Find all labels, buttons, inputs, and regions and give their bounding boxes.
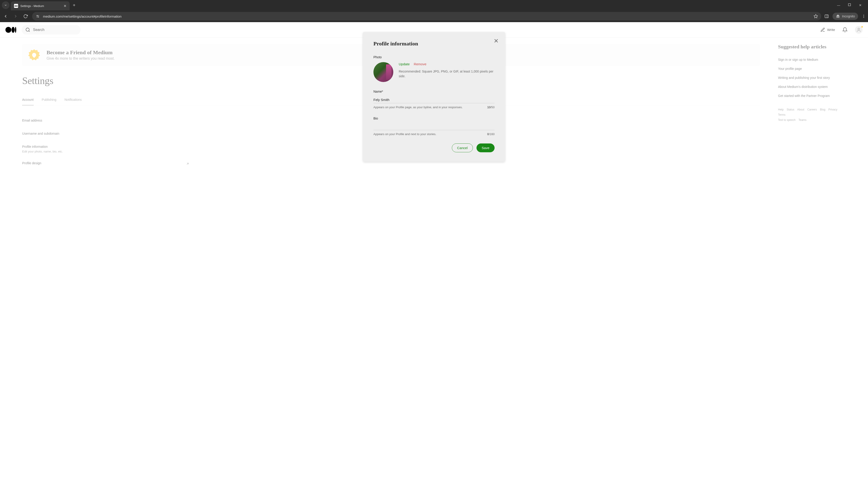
write-label: Write [827, 28, 835, 32]
svg-rect-0 [848, 4, 850, 6]
browser-tab[interactable]: ●● Settings - Medium ✕ [11, 1, 70, 10]
cancel-button[interactable]: Cancel [452, 143, 473, 152]
url-text: medium.com/me/settings/account#profileIn… [43, 14, 122, 18]
svg-point-12 [864, 16, 864, 17]
reload-icon [23, 14, 28, 19]
bio-label: Bio [373, 117, 495, 120]
modal-actions: Cancel Save [373, 143, 495, 152]
side-panel-button[interactable] [825, 14, 829, 19]
photo-field: Photo Update Remove Recommended: Square … [373, 55, 495, 82]
header-right: Write ✦ [820, 26, 863, 34]
photo-hint: Recommended: Square JPG, PNG, or GIF, at… [399, 69, 495, 78]
svg-point-8 [837, 17, 838, 18]
medium-logo[interactable] [5, 27, 16, 33]
search-placeholder: Search [33, 28, 44, 32]
address-bar-row: medium.com/me/settings/account#profileIn… [0, 10, 868, 22]
svg-point-13 [864, 17, 864, 18]
write-button[interactable]: Write [820, 27, 835, 32]
maximize-icon [848, 3, 851, 6]
site-controls-icon[interactable] [35, 14, 40, 19]
photo-remove-button[interactable]: Remove [414, 62, 426, 66]
name-label: Name* [373, 90, 495, 93]
search-input[interactable]: Search [22, 25, 81, 35]
spark-icon: ✦ [861, 25, 864, 29]
arrow-right-icon [13, 14, 18, 19]
star-icon [813, 14, 818, 19]
chrome-right: Incognito [825, 13, 866, 20]
name-input[interactable] [373, 96, 495, 103]
incognito-icon [836, 14, 840, 19]
svg-point-14 [26, 28, 29, 31]
svg-point-11 [864, 15, 864, 15]
reload-button[interactable] [22, 13, 29, 20]
svg-rect-6 [825, 15, 829, 18]
bio-count: 0/160 [487, 132, 495, 136]
bio-field: Bio Appears on your Profile and next to … [373, 117, 495, 136]
window-controls: — ✕ [836, 3, 866, 7]
bell-icon [842, 27, 848, 33]
save-button[interactable]: Save [476, 143, 495, 152]
address-bar[interactable]: medium.com/me/settings/account#profileIn… [32, 12, 821, 21]
panel-icon [825, 14, 829, 19]
notifications-button[interactable] [842, 27, 848, 33]
chevron-down-icon [4, 4, 7, 7]
name-count: 10/50 [487, 105, 495, 109]
svg-point-4 [38, 17, 39, 18]
modal-title: Profile information [373, 41, 495, 47]
close-window-button[interactable]: ✕ [858, 3, 863, 7]
incognito-label: Incognito [842, 14, 855, 18]
profile-info-modal: ✕ Profile information Photo Update Remov… [363, 32, 505, 162]
svg-point-9 [838, 17, 839, 18]
name-field: Name* Appears on your Profile page, as y… [373, 90, 495, 109]
search-icon [25, 27, 30, 32]
kebab-icon [862, 14, 866, 18]
svg-marker-5 [814, 14, 818, 18]
browser-chrome: ●● Settings - Medium ✕ + — ✕ medium.com/… [0, 0, 868, 22]
tune-icon [36, 14, 40, 18]
back-button[interactable] [2, 13, 9, 20]
bio-input[interactable] [373, 123, 495, 130]
photo-update-button[interactable]: Update [399, 62, 410, 66]
svg-point-3 [37, 15, 37, 16]
tab-bar: ●● Settings - Medium ✕ + — ✕ [0, 0, 868, 10]
minimize-button[interactable]: — [836, 3, 841, 7]
maximize-button[interactable] [847, 3, 852, 7]
forward-button[interactable] [12, 13, 19, 20]
new-tab-button[interactable]: + [73, 3, 75, 8]
write-icon [820, 27, 825, 32]
name-hint: Appears on your Profile page, as your by… [373, 105, 463, 109]
svg-point-16 [858, 28, 860, 30]
svg-line-15 [29, 31, 30, 32]
incognito-indicator[interactable]: Incognito [833, 13, 858, 20]
photo-label: Photo [373, 55, 495, 59]
modal-close-button[interactable]: ✕ [494, 37, 499, 44]
photo-preview[interactable] [373, 62, 393, 82]
bookmark-button[interactable] [813, 14, 818, 19]
avatar-button[interactable]: ✦ [855, 26, 863, 34]
chrome-menu-button[interactable] [862, 14, 866, 18]
tab-search-dropdown[interactable] [2, 1, 9, 9]
tab-title: Settings - Medium [20, 4, 44, 8]
bio-hint: Appears on your Profile and next to your… [373, 132, 436, 136]
arrow-left-icon [3, 14, 8, 19]
favicon-icon: ●● [14, 4, 18, 8]
tab-close-button[interactable]: ✕ [64, 4, 66, 8]
user-icon [856, 27, 861, 32]
